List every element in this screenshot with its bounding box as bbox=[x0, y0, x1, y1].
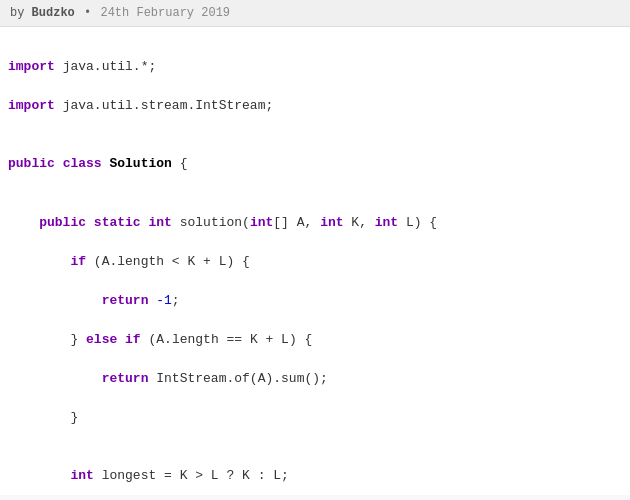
author-prefix: by bbox=[10, 6, 32, 20]
header: by Budzko • 24th February 2019 bbox=[0, 0, 630, 27]
dot-separator: • bbox=[77, 6, 99, 20]
author-name: Budzko bbox=[32, 6, 75, 20]
code-area: import java.util.*; import java.util.str… bbox=[0, 27, 630, 495]
date: 24th February 2019 bbox=[100, 6, 230, 20]
